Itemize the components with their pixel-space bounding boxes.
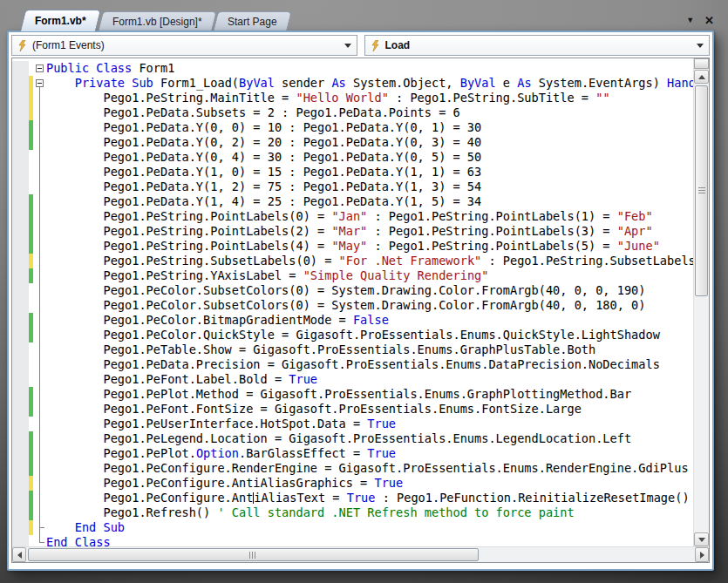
code-line[interactable]: Pego1.PeData.Y(1, 4) = 25 : Pego1.PeData… [12, 194, 693, 209]
selection-margin [12, 91, 29, 105]
fold-line [39, 417, 40, 431]
code-line[interactable]: Private Sub Form1_Load(ByVal sender As S… [12, 76, 693, 91]
selection-margin [12, 446, 29, 461]
code-line[interactable]: Pego1.Refresh() ' Call standard .NET Ref… [12, 505, 693, 520]
horizontal-scroll-track[interactable] [26, 547, 695, 562]
code-text: Pego1.PeData.Y(0, 2) = 20 : Pego1.PeData… [46, 135, 481, 150]
plain-token: Pego1.PeData.Y(0, 4) = 30 : Pego1.PeData… [46, 150, 481, 164]
plain-token: Pego1.PeColor.SubsetColors(0) = System.D… [46, 298, 645, 312]
string-token: "" [595, 91, 609, 105]
vertical-scrollbar[interactable] [693, 58, 709, 546]
event-lightning-icon [17, 40, 27, 51]
code-line[interactable]: Pego1.PeConfigure.AntiAliasText = True :… [12, 491, 693, 505]
code-line[interactable]: Pego1.PeData.Y(0, 0) = 10 : Pego1.PeData… [12, 120, 693, 135]
code-line[interactable]: Pego1.PeUserInterface.HotSpot.Data = Tru… [12, 417, 693, 431]
selection-margin [12, 76, 29, 91]
collapse-minus-icon[interactable] [36, 64, 44, 72]
code-line[interactable]: Pego1.PeFont.FontSize = Gigasoft.ProEsse… [12, 402, 693, 417]
code-line[interactable]: End Sub [12, 520, 693, 535]
code-line[interactable]: Pego1.PeColor.SubsetColors(0) = System.D… [12, 283, 693, 298]
code-text: Pego1.PeData.Y(0, 0) = 10 : Pego1.PeData… [46, 120, 481, 135]
fold-line [39, 254, 40, 268]
plain-token: Pego1.PeData.Y(1, 0) = 15 : Pego1.PeData… [46, 165, 481, 179]
code-text: Pego1.PeUserInterface.HotSpot.Data = Tru… [46, 417, 396, 431]
code-line[interactable]: Pego1.PeString.PointLabels(4) = "May" : … [12, 239, 693, 254]
code-line[interactable]: Pego1.PePlot.Option.BarGlassEffect = Tru… [12, 446, 693, 461]
code-line[interactable]: Pego1.PeData.Subsets = 2 : Pego1.PeData.… [12, 105, 693, 120]
plain-token: Pego1.PeData.Y(0, 0) = 10 : Pego1.PeData… [46, 120, 481, 134]
close-icon[interactable]: ✕ [704, 15, 714, 26]
class-name-combobox[interactable]: (Form1 Events) [11, 35, 357, 56]
scroll-left-button[interactable] [12, 547, 26, 562]
arrow-right-icon [700, 552, 704, 559]
scroll-up-button[interactable] [694, 70, 709, 84]
editor-splitter-handle[interactable] [694, 58, 709, 69]
selection-margin [12, 357, 29, 372]
code-text: Pego1.PeConfigure.AntiAliasGraphics = Tr… [46, 476, 403, 491]
scroll-down-button[interactable] [694, 532, 709, 546]
tab-label: Start Page [228, 16, 277, 28]
collapse-minus-icon[interactable] [36, 79, 44, 87]
fold-line [39, 209, 40, 224]
fold-gutter [33, 224, 46, 239]
code-line[interactable]: Pego1.PeConfigure.RenderEngine = Gigasof… [12, 461, 693, 476]
method-name-combobox[interactable]: Load [364, 35, 711, 56]
code-line[interactable]: Pego1.PePlot.Method = Gigasoft.ProEssent… [12, 387, 693, 402]
arrow-down-icon [698, 538, 705, 542]
code-line[interactable]: Pego1.PeString.YAxisLabel = "Simple Qual… [12, 268, 693, 283]
vertical-scroll-track[interactable] [694, 84, 709, 532]
plain-token: System.EventArgs) [532, 76, 668, 90]
chevron-down-icon[interactable] [697, 44, 704, 48]
string-token: "May" [331, 239, 367, 253]
code-line[interactable]: Pego1.PeString.PointLabels(2) = "Mar" : … [12, 224, 693, 239]
selection-margin [12, 283, 29, 298]
chevron-down-icon[interactable] [344, 44, 351, 48]
fold-gutter [33, 165, 46, 180]
code-line[interactable]: Pego1.PeString.MainTitle = "Hello World"… [12, 91, 693, 105]
plain-token: Pego1.PeFont.FontSize = Gigasoft.ProEsse… [46, 402, 582, 416]
tab-start-page[interactable]: Start Page [214, 11, 292, 31]
code-line[interactable]: Pego1.PeData.Y(0, 4) = 30 : Pego1.PeData… [12, 150, 693, 165]
code-line[interactable]: End Class [12, 535, 693, 546]
code-line[interactable]: Pego1.PeTable.Show = Gigasoft.ProEssenti… [12, 342, 693, 357]
code-line[interactable]: Pego1.PeLegend.Location = Gigasoft.ProEs… [12, 431, 693, 446]
code-line[interactable]: Pego1.PeConfigure.AntiAliasGraphics = Tr… [12, 476, 693, 491]
string-token: "June" [617, 239, 660, 253]
code-line[interactable]: Pego1.PeColor.QuickStyle = Gigasoft.ProE… [12, 328, 693, 342]
scroll-right-button[interactable] [695, 547, 709, 562]
fold-gutter [33, 461, 46, 476]
file-list-dropdown-icon[interactable]: ▼ [686, 17, 694, 24]
fold-collapse-box[interactable] [33, 61, 46, 76]
code-line[interactable]: Public Class Form1 [12, 61, 693, 76]
code-line[interactable]: Pego1.PeColor.SubsetColors(0) = System.D… [12, 298, 693, 313]
fold-gutter [33, 313, 46, 328]
code-line[interactable]: Pego1.PeData.Y(0, 2) = 20 : Pego1.PeData… [12, 135, 693, 150]
tab-form1-vb-design[interactable]: Form1.vb [Design]* [98, 11, 216, 31]
plain-token: e [496, 76, 518, 90]
string-token: "Simple Quality Rendering" [303, 268, 489, 282]
code-line[interactable]: Pego1.PeData.Precision = Gigasoft.ProEss… [12, 357, 693, 372]
tab-form1-vb[interactable]: Form1.vb* [20, 10, 101, 31]
horizontal-scroll-thumb[interactable] [28, 548, 479, 561]
code-line[interactable]: Pego1.PeColor.BitmapGradientMode = False [12, 313, 693, 328]
code-editing-surface[interactable]: Public Class Form1 Private Sub Form1_Loa… [12, 58, 693, 546]
vertical-scroll-thumb[interactable] [695, 85, 708, 296]
fold-gutter [33, 180, 46, 194]
fold-collapse-box[interactable] [33, 76, 46, 91]
code-line[interactable]: Pego1.PeString.SubsetLabels(0) = "For .N… [12, 254, 693, 268]
code-line[interactable]: Pego1.PeString.PointLabels(0) = "Jan" : … [12, 209, 693, 224]
horizontal-scrollbar[interactable] [12, 546, 709, 562]
fold-line [39, 491, 40, 505]
code-line[interactable]: Pego1.PeData.Y(1, 2) = 75 : Pego1.PeData… [12, 180, 693, 194]
fold-gutter [33, 535, 46, 546]
keyword-token: Private [75, 76, 125, 90]
code-text: Pego1.PeString.YAxisLabel = "Simple Qual… [46, 268, 488, 283]
plain-token: Pego1.PeConfigure.RenderEngine = Gigasof… [46, 461, 689, 475]
fold-line [39, 357, 40, 372]
plain-token: : Pego1.PeString.SubTitle = [389, 91, 595, 105]
plain-token: Pego1.PeString.PointLabels(2) = [46, 224, 331, 238]
fold-gutter [33, 239, 46, 254]
fold-line [39, 387, 40, 402]
code-line[interactable]: Pego1.PeFont.Label.Bold = True [12, 372, 693, 387]
code-line[interactable]: Pego1.PeData.Y(1, 0) = 15 : Pego1.PeData… [12, 165, 693, 180]
